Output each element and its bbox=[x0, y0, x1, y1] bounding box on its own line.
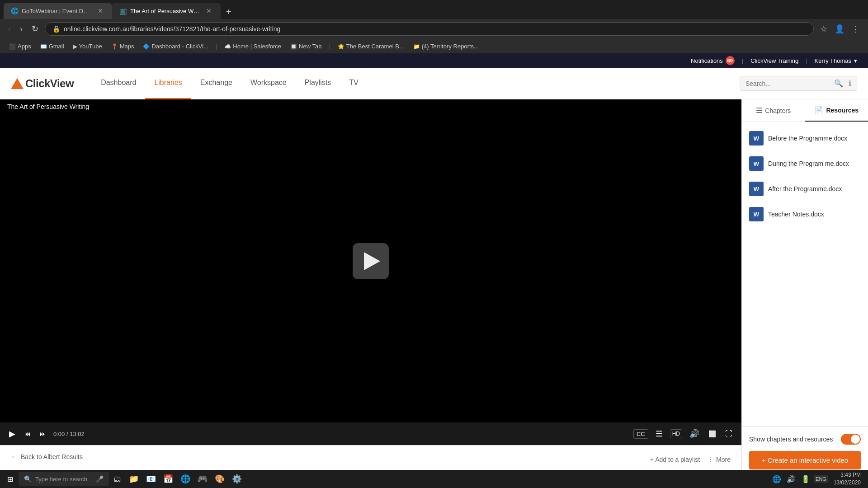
taskbar-clock[interactable]: 3:43 PM 13/02/2020 bbox=[830, 469, 864, 488]
tab-1[interactable]: 🌐 GoToWebinar | Event Details ✕ bbox=[4, 3, 112, 19]
sidebar-tab-chapters[interactable]: ☰ Chapters bbox=[742, 99, 805, 122]
user-menu[interactable]: Kerry Thomas ▾ bbox=[815, 57, 857, 64]
caramel-favicon: ⭐ bbox=[338, 43, 344, 50]
user-name: Kerry Thomas bbox=[815, 57, 851, 64]
resource-name-3: Teacher Notes.docx bbox=[768, 211, 824, 218]
taskbar-network-icon[interactable]: 🌐 bbox=[770, 473, 783, 485]
tab-1-close[interactable]: ✕ bbox=[96, 6, 105, 15]
training-link[interactable]: ClickView Training bbox=[750, 57, 798, 64]
back-link[interactable]: ← Back to Albert Results bbox=[11, 453, 83, 461]
playlist-button[interactable]: ☰ bbox=[654, 427, 665, 441]
help-icon[interactable]: ℹ bbox=[849, 79, 851, 88]
cv-search-box[interactable]: 🔍 ℹ bbox=[740, 76, 857, 91]
nav-exchange[interactable]: Exchange bbox=[191, 68, 241, 99]
chapters-icon: ☰ bbox=[756, 106, 762, 115]
user-chevron: ▾ bbox=[854, 57, 857, 64]
reload-button[interactable]: ↻ bbox=[29, 22, 41, 36]
taskbar-volume-icon[interactable]: 🔊 bbox=[785, 473, 797, 485]
next-button[interactable]: ⏭ bbox=[38, 428, 48, 439]
taskbar-app3-icon[interactable]: ⚙️ bbox=[229, 472, 245, 486]
tab-2-label: The Art of Persuasive Writing - bbox=[130, 8, 201, 14]
right-panel-section: Show chapters and resources + Create an … bbox=[742, 426, 868, 474]
toggle-row: Show chapters and resources bbox=[749, 434, 861, 445]
menu-button[interactable]: ⋮ bbox=[849, 22, 863, 36]
cv-logo: ClickView bbox=[11, 77, 74, 90]
bookmark-button[interactable]: ☆ bbox=[817, 22, 830, 36]
bookmark-apps-label: Apps bbox=[18, 43, 31, 50]
pip-button[interactable]: ⬜ bbox=[707, 428, 718, 439]
play-triangle-icon bbox=[364, 252, 380, 270]
play-overlay-button[interactable] bbox=[353, 243, 389, 279]
play-button[interactable]: ▶ bbox=[7, 427, 17, 441]
video-title-bar: The Art of Persuasive Writing bbox=[0, 99, 741, 114]
bookmark-maps-label: Maps bbox=[120, 43, 134, 50]
logo-triangle bbox=[11, 78, 24, 89]
tab-2-close[interactable]: ✕ bbox=[204, 6, 213, 15]
nav-workspace[interactable]: Workspace bbox=[241, 68, 296, 99]
notifications-button[interactable]: Notifications 69 bbox=[691, 56, 735, 65]
taskbar-lang[interactable]: ENG bbox=[814, 475, 828, 483]
resource-item-0[interactable]: W Before the Programme.docx bbox=[742, 126, 868, 151]
cv-header: ClickView Dashboard Libraries Exchange W… bbox=[0, 68, 868, 99]
bookmark-apps[interactable]: ⬛ Apps bbox=[5, 42, 35, 51]
taskbar-explorer-icon[interactable]: 📁 bbox=[126, 472, 142, 486]
cv-top-bar: Notifications 69 | ClickView Training | … bbox=[0, 53, 868, 68]
notifications-label: Notifications bbox=[691, 57, 723, 64]
bookmark-gmail[interactable]: ✉️ Gmail bbox=[37, 42, 68, 51]
nav-playlists[interactable]: Playlists bbox=[296, 68, 340, 99]
nav-actions: ☆ 👤 ⋮ bbox=[817, 22, 863, 36]
start-button[interactable]: ⊞ bbox=[4, 473, 17, 485]
forward-button[interactable]: › bbox=[17, 23, 25, 36]
resource-item-2[interactable]: W After the Programme.docx bbox=[742, 176, 868, 202]
taskbar-app2-icon[interactable]: 🎨 bbox=[212, 472, 227, 486]
captions-button[interactable]: CC bbox=[633, 429, 648, 439]
nav-libraries[interactable]: Libraries bbox=[145, 68, 191, 99]
sidebar-tabs: ☰ Chapters 📄 Resources bbox=[742, 99, 868, 122]
bookmark-salesforce[interactable]: ☁️ Home | Salesforce bbox=[221, 42, 285, 51]
bookmark-youtube-label: YouTube bbox=[79, 43, 102, 50]
secure-icon: 🔒 bbox=[52, 25, 60, 33]
tab-2[interactable]: 📺 The Art of Persuasive Writing - ✕ bbox=[112, 3, 221, 19]
resource-item-3[interactable]: W Teacher Notes.docx bbox=[742, 202, 868, 227]
browser-chrome: 🌐 GoToWebinar | Event Details ✕ 📺 The Ar… bbox=[0, 0, 868, 53]
taskbar-mail-icon[interactable]: 📧 bbox=[143, 472, 159, 486]
bookmark-maps[interactable]: 📍 Maps bbox=[108, 42, 138, 51]
search-input[interactable] bbox=[745, 80, 830, 87]
bookmark-newtab[interactable]: 🔲 New Tab bbox=[287, 42, 325, 51]
create-interactive-button[interactable]: + Create an interactive video bbox=[749, 451, 861, 469]
bookmark-dashboard[interactable]: 🔷 Dashboard - ClickVi... bbox=[139, 42, 212, 51]
resource-item-1[interactable]: W During the Program me.docx bbox=[742, 151, 868, 176]
toggle-switch[interactable] bbox=[841, 434, 861, 445]
bookmark-territory[interactable]: 📁 (4) Territory Reports... bbox=[410, 42, 482, 51]
taskbar-calendar-icon[interactable]: 📅 bbox=[160, 472, 176, 486]
taskbar-search[interactable]: 🔍 Type here to search 🎤 bbox=[19, 472, 109, 486]
video-area[interactable] bbox=[0, 99, 741, 422]
new-tab-button[interactable]: + bbox=[222, 5, 235, 19]
volume-button[interactable]: 🔊 bbox=[688, 427, 701, 441]
address-bar[interactable]: 🔒 online.clickview.com.au/libraries/vide… bbox=[45, 22, 814, 36]
nav-bar: ‹ › ↻ 🔒 online.clickview.com.au/librarie… bbox=[0, 19, 868, 39]
video-and-below: The Art of Persuasive Writing ▶ ⏮ ⏭ 0:00… bbox=[0, 99, 741, 474]
prev-button[interactable]: ⏮ bbox=[23, 428, 33, 439]
youtube-favicon: ▶ bbox=[73, 43, 77, 50]
nav-dashboard[interactable]: Dashboard bbox=[92, 68, 145, 99]
bookmark-territory-label: (4) Territory Reports... bbox=[422, 43, 479, 50]
taskbar-chrome-icon[interactable]: 🌐 bbox=[178, 472, 193, 486]
bookmark-salesforce-label: Home | Salesforce bbox=[233, 43, 281, 50]
quality-button[interactable]: HD bbox=[670, 429, 682, 438]
more-dots-icon: ⋮ bbox=[707, 456, 713, 463]
taskbar-app1-icon[interactable]: 🎮 bbox=[195, 472, 210, 486]
user-profile-button[interactable]: 👤 bbox=[832, 22, 847, 36]
fullscreen-button[interactable]: ⛶ bbox=[723, 428, 734, 440]
bookmark-caramel[interactable]: ⭐ The Best Caramel B... bbox=[334, 42, 408, 51]
add-playlist-label: + Add to a playlist bbox=[650, 456, 700, 463]
sidebar-tab-resources[interactable]: 📄 Resources bbox=[805, 99, 868, 122]
taskbar-files-icon[interactable]: 🗂 bbox=[111, 473, 124, 486]
bookmark-youtube[interactable]: ▶ YouTube bbox=[70, 42, 106, 51]
more-button[interactable]: ⋮ More bbox=[707, 456, 731, 463]
add-playlist-button[interactable]: + Add to a playlist bbox=[650, 456, 700, 463]
back-button[interactable]: ‹ bbox=[5, 23, 14, 36]
notifications-badge: 69 bbox=[726, 56, 735, 65]
bookmarks-bar: ⬛ Apps ✉️ Gmail ▶ YouTube 📍 Maps 🔷 Dashb… bbox=[0, 39, 868, 53]
nav-tv[interactable]: TV bbox=[340, 68, 367, 99]
